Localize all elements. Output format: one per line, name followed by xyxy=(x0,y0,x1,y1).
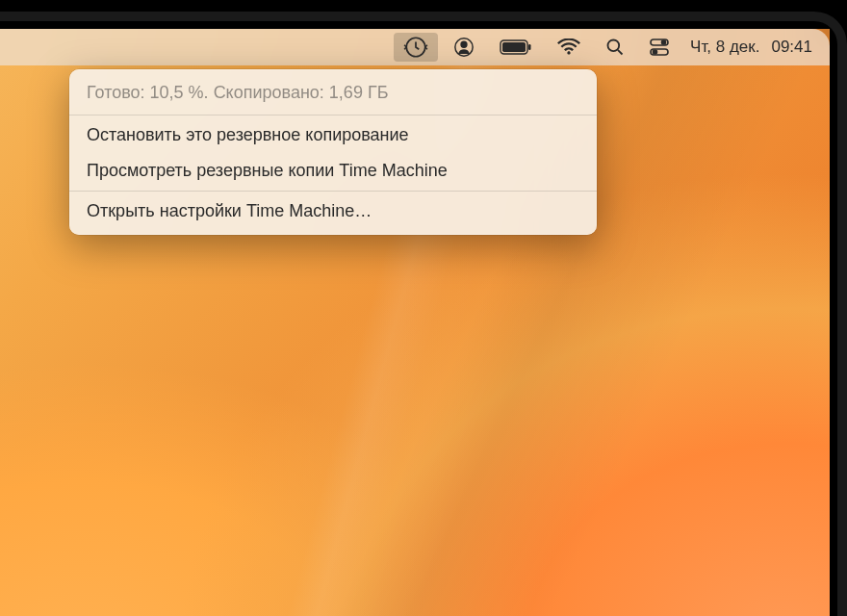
menubar-time-machine[interactable] xyxy=(394,33,438,62)
menubar: Чт, 8 дек. 09:41 xyxy=(0,29,830,65)
menubar-user[interactable] xyxy=(444,29,484,65)
svg-point-11 xyxy=(654,50,657,54)
divider xyxy=(69,115,597,116)
menubar-time: 09:41 xyxy=(771,38,812,57)
time-machine-dropdown: Готово: 10,5 %. Скопировано: 1,69 ГБ Ост… xyxy=(69,69,597,235)
device-frame: Чт, 8 дек. 09:41 Готово: 10,5 %. Скопиро… xyxy=(0,12,847,616)
svg-point-6 xyxy=(608,40,620,52)
svg-point-9 xyxy=(662,40,666,44)
wifi-icon xyxy=(557,38,580,56)
menubar-control-center[interactable] xyxy=(640,29,679,65)
svg-point-2 xyxy=(461,41,467,47)
open-settings-item[interactable]: Открыть настройки Time Machine… xyxy=(69,193,597,229)
control-center-icon xyxy=(650,38,669,56)
menubar-wifi[interactable] xyxy=(548,29,590,65)
screen: Чт, 8 дек. 09:41 Готово: 10,5 %. Скопиро… xyxy=(0,29,830,616)
stop-backup-item[interactable]: Остановить это резервное копирование xyxy=(69,117,597,153)
menubar-datetime[interactable]: Чт, 8 дек. 09:41 xyxy=(684,38,812,57)
svg-rect-4 xyxy=(502,42,526,52)
user-icon xyxy=(453,37,475,58)
svg-rect-5 xyxy=(528,44,531,50)
menubar-battery[interactable] xyxy=(490,29,542,65)
search-icon xyxy=(605,38,625,57)
browse-backups-item[interactable]: Просмотреть резервные копии Time Machine xyxy=(69,153,597,189)
divider xyxy=(69,191,597,192)
battery-icon xyxy=(500,39,532,55)
backup-status-text: Готово: 10,5 %. Скопировано: 1,69 ГБ xyxy=(69,75,597,113)
menubar-date: Чт, 8 дек. xyxy=(690,38,759,57)
time-machine-icon xyxy=(403,35,428,60)
svg-line-7 xyxy=(618,50,623,55)
menubar-spotlight[interactable] xyxy=(596,29,634,65)
